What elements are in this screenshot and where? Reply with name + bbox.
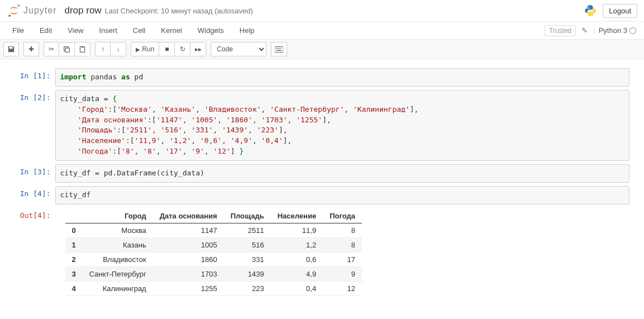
code-input[interactable]: import pandas as pd <box>55 68 629 87</box>
table-cell: Калининград <box>83 281 153 296</box>
menu-file[interactable]: File <box>4 22 32 39</box>
toolbar: ✚ ✂ ↑ ↓ ▶ Run ■ ↻ ▸▸ Code <box>0 40 644 59</box>
table-cell: 1439 <box>224 266 271 281</box>
arrow-down-icon: ↓ <box>117 45 120 53</box>
svg-rect-8 <box>275 46 283 52</box>
run-button[interactable]: ▶ Run <box>131 42 159 56</box>
command-palette-button[interactable] <box>271 42 287 56</box>
output-cell: Out[4]:ГородДата основанияПлощадьНаселен… <box>15 208 629 296</box>
svg-rect-7 <box>82 46 83 47</box>
table-cell: 1703 <box>153 266 224 281</box>
kernel-name: Python 3 <box>599 26 627 35</box>
svg-rect-13 <box>277 50 282 51</box>
table-cell: Казань <box>83 237 153 252</box>
menu-insert[interactable]: Insert <box>91 22 125 39</box>
table-row: 3Санкт-Петербург170314394,99 <box>65 266 362 281</box>
code-input[interactable]: city_df <box>55 186 629 204</box>
table-cell: 331 <box>224 252 271 266</box>
copy-button[interactable] <box>59 42 75 56</box>
menu-view[interactable]: View <box>60 22 91 39</box>
logout-button[interactable]: Logout <box>603 4 637 18</box>
table-row: 1Казань10055161,28 <box>65 237 362 252</box>
menu-cell[interactable]: Cell <box>125 22 153 39</box>
cell-type-select[interactable]: Code <box>211 42 266 56</box>
svg-rect-9 <box>276 47 277 49</box>
menu-edit[interactable]: Edit <box>32 22 60 39</box>
input-prompt: In [2]: <box>15 90 55 161</box>
table-header: Площадь <box>224 209 271 223</box>
row-index: 0 <box>65 223 83 237</box>
arrow-up-icon: ↑ <box>101 45 104 53</box>
svg-rect-12 <box>280 47 282 49</box>
fast-forward-icon: ▸▸ <box>195 45 202 53</box>
svg-point-1 <box>8 15 11 17</box>
table-cell: 2511 <box>224 223 271 237</box>
code-input[interactable]: city_data = { 'Город':['Москва', 'Казань… <box>55 90 629 161</box>
save-button[interactable] <box>3 42 19 56</box>
cut-icon: ✂ <box>49 45 54 53</box>
menubar: FileEditViewInsertCellKernelWidgetsHelp … <box>0 22 644 40</box>
move-down-button[interactable]: ↓ <box>111 42 126 56</box>
code-cell[interactable]: In [2]:city_data = { 'Город':['Москва', … <box>15 90 629 161</box>
notebook-name[interactable]: drop row <box>64 5 101 16</box>
table-cell: 1,2 <box>271 237 323 252</box>
restart-icon: ↻ <box>180 45 185 53</box>
table-cell: 1147 <box>153 223 224 237</box>
input-prompt: In [4]: <box>15 186 55 204</box>
input-prompt: In [1]: <box>15 68 55 87</box>
restart-button[interactable]: ↻ <box>175 42 190 56</box>
table-cell: 516 <box>224 237 271 252</box>
table-cell: Санкт-Петербург <box>83 266 153 281</box>
jupyter-logo[interactable]: Jupyter <box>7 3 56 18</box>
menu-widgets[interactable]: Widgets <box>190 22 232 39</box>
trusted-badge[interactable]: Trusted <box>545 25 576 36</box>
table-cell: 1255 <box>153 281 224 296</box>
move-up-button[interactable]: ↑ <box>95 42 111 56</box>
table-cell: 9 <box>323 266 362 281</box>
copy-icon <box>63 46 70 53</box>
table-row: 2Владивосток18603310,617 <box>65 252 362 266</box>
checkpoint-text: Last Checkpoint: 10 минут назад (autosav… <box>105 7 253 15</box>
interrupt-button[interactable]: ■ <box>159 42 175 56</box>
cut-button[interactable]: ✂ <box>44 42 59 56</box>
plus-icon: ✚ <box>28 45 34 53</box>
code-input[interactable]: city_df = pd.DataFrame(city_data) <box>55 164 629 183</box>
add-cell-button[interactable]: ✚ <box>23 42 39 56</box>
table-cell: 4,9 <box>271 266 323 281</box>
row-index: 1 <box>65 237 83 252</box>
svg-point-0 <box>18 4 20 7</box>
table-cell: Владивосток <box>83 252 153 266</box>
restart-run-button[interactable]: ▸▸ <box>190 42 206 56</box>
keyboard-icon <box>275 46 283 53</box>
menu-kernel[interactable]: Kernel <box>153 22 190 39</box>
table-cell: 11,9 <box>271 223 323 237</box>
row-index: 2 <box>65 252 83 266</box>
table-header: Город <box>83 209 153 223</box>
code-cell[interactable]: In [3]:city_df = pd.DataFrame(city_data) <box>15 164 629 183</box>
menu-help[interactable]: Help <box>232 22 263 39</box>
edit-icon[interactable]: ✎ <box>579 26 590 35</box>
table-cell: 17 <box>323 252 362 266</box>
table-header: Население <box>271 209 323 223</box>
paste-button[interactable] <box>75 42 90 56</box>
kernel-indicator[interactable]: Python 3 <box>599 26 636 35</box>
table-cell: 0,6 <box>271 252 323 266</box>
code-cell[interactable]: In [1]:import pandas as pd <box>15 68 629 87</box>
svg-rect-10 <box>278 47 279 49</box>
jupyter-icon <box>7 3 21 18</box>
table-cell: 8 <box>323 237 362 252</box>
svg-rect-11 <box>279 47 280 49</box>
table-cell: 0,4 <box>271 281 323 296</box>
svg-rect-5 <box>65 48 69 52</box>
logo-text: Jupyter <box>23 6 56 16</box>
notebook-area: In [1]:import pandas as pdIn [2]:city_da… <box>0 59 644 319</box>
row-index: 3 <box>65 266 83 281</box>
run-icon: ▶ <box>136 46 140 53</box>
svg-point-3 <box>591 14 593 15</box>
row-index: 4 <box>65 281 83 296</box>
table-cell: 1005 <box>153 237 224 252</box>
code-cell[interactable]: In [4]:city_df <box>15 186 629 204</box>
output-prompt: Out[4]: <box>15 208 55 296</box>
svg-point-2 <box>588 6 589 7</box>
table-cell: 12 <box>323 281 362 296</box>
